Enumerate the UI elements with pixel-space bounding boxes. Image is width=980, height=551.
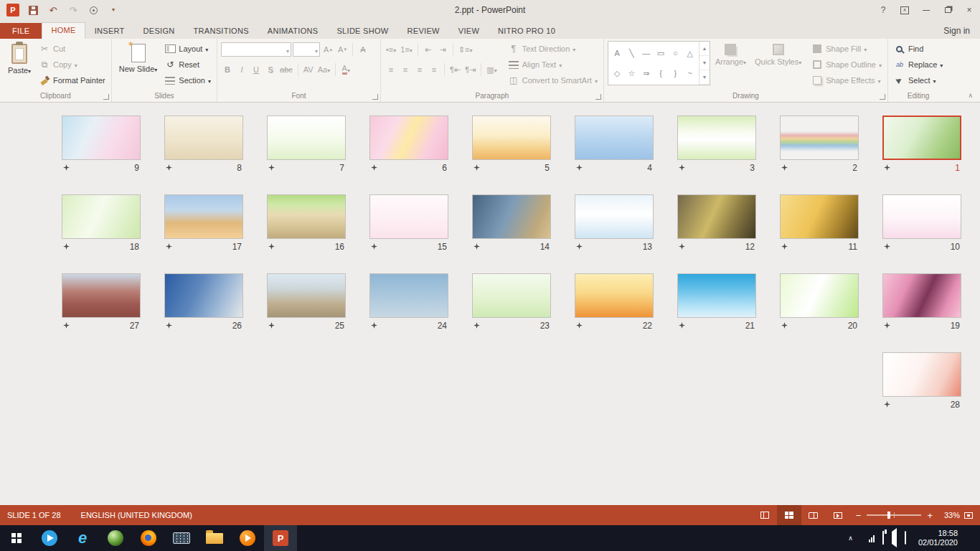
copy-button[interactable]: ⧉Copy: [37, 57, 108, 72]
tab-home[interactable]: HOME: [42, 22, 85, 39]
find-button[interactable]: Find: [892, 41, 945, 57]
ribbon-display-options-button[interactable]: ∧: [894, 0, 915, 20]
bold-button[interactable]: B: [221, 62, 234, 77]
slide-thumbnail[interactable]: [164, 116, 243, 160]
align-right-button[interactable]: ≡: [413, 62, 426, 77]
taskbar-telegram[interactable]: [33, 525, 66, 551]
shape-triangle[interactable]: △: [683, 43, 697, 63]
clipboard-dialog-launcher[interactable]: [103, 94, 109, 100]
tab-transitions[interactable]: TRANSITIONS: [184, 23, 258, 39]
font-color-button[interactable]: A: [339, 62, 352, 77]
new-slide-button[interactable]: New Slide: [116, 41, 161, 75]
shape-outline-button[interactable]: Shape Outline: [809, 57, 884, 72]
slide-thumbnail[interactable]: [677, 194, 756, 239]
taskbar-powerpoint[interactable]: P: [264, 525, 297, 551]
taskbar-internet-explorer[interactable]: e: [66, 525, 99, 551]
underline-button[interactable]: U: [250, 62, 263, 77]
shape-brace-right[interactable]: }: [668, 63, 682, 83]
slide-thumbnail[interactable]: [780, 194, 859, 239]
rtl-paragraph-button[interactable]: ¶⇤: [448, 62, 462, 77]
slide-thumbnail[interactable]: [780, 273, 859, 318]
slide-thumbnail[interactable]: [62, 273, 141, 318]
collapse-ribbon-button[interactable]: ∧: [968, 92, 973, 99]
columns-button[interactable]: ▥: [485, 62, 498, 77]
clear-formatting-button[interactable]: A: [357, 42, 369, 57]
language-indicator[interactable]: ENGLISH (UNITED KINGDOM): [81, 511, 192, 519]
shape-line[interactable]: ╲: [624, 43, 639, 63]
slide-sorter-view-button[interactable]: [777, 505, 801, 525]
shape-rectangle[interactable]: ▭: [654, 43, 668, 63]
taskbar-media-player[interactable]: [231, 525, 264, 551]
slide-thumbnail[interactable]: [267, 273, 346, 318]
slide-thumbnail[interactable]: [369, 194, 448, 239]
slide-thumbnail[interactable]: [267, 194, 346, 239]
slide-thumbnail[interactable]: [882, 194, 961, 239]
slide-show-button[interactable]: [826, 505, 850, 525]
cut-button[interactable]: ✂Cut: [37, 41, 108, 57]
redo-button[interactable]: ↷: [65, 2, 82, 18]
tab-file[interactable]: FILE: [0, 23, 42, 39]
tab-nitro-pro[interactable]: NITRO PRO 10: [489, 23, 565, 39]
zoom-out-button[interactable]: −: [856, 511, 862, 520]
paragraph-dialog-launcher[interactable]: [595, 94, 601, 100]
numbering-button[interactable]: 1≡: [399, 42, 414, 57]
slide-thumbnail[interactable]: [575, 116, 654, 160]
shape-fill-button[interactable]: Shape Fill: [809, 41, 884, 57]
change-case-button[interactable]: Aa: [316, 62, 331, 77]
justify-button[interactable]: ≡: [428, 62, 440, 77]
ltr-paragraph-button[interactable]: ¶⇥: [463, 62, 477, 77]
line-spacing-button[interactable]: ⇕≡: [457, 42, 474, 57]
grow-font-button[interactable]: A: [321, 42, 334, 57]
sign-in-link[interactable]: Sign in: [943, 26, 980, 39]
slide-thumbnail[interactable]: [164, 194, 243, 239]
slide-thumbnail[interactable]: [575, 273, 654, 318]
taskbar-file-explorer[interactable]: [198, 525, 231, 551]
gallery-scroll-up[interactable]: ▲: [699, 42, 710, 56]
shape-star[interactable]: ☆: [624, 63, 639, 83]
customize-qat-button[interactable]: [105, 2, 122, 18]
slide-thumbnail[interactable]: [882, 352, 961, 397]
normal-view-button[interactable]: [753, 505, 777, 525]
slide-thumbnail[interactable]: [164, 273, 243, 318]
font-name-combo[interactable]: [221, 42, 291, 57]
shape-diamond[interactable]: ◇: [610, 63, 624, 83]
convert-to-smartart-button[interactable]: ◫Convert to SmartArt: [506, 72, 600, 88]
tab-view[interactable]: VIEW: [449, 23, 489, 39]
shape-curve[interactable]: ~: [683, 63, 697, 83]
save-button[interactable]: [24, 2, 42, 18]
drawing-dialog-launcher[interactable]: [880, 94, 885, 100]
touch-keyboard-icon[interactable]: [905, 532, 906, 545]
slide-thumbnail[interactable]: [267, 116, 346, 160]
slide-thumbnail[interactable]: [472, 116, 551, 160]
slide-thumbnail[interactable]: [575, 194, 654, 239]
tab-review[interactable]: REVIEW: [398, 23, 449, 39]
character-spacing-button[interactable]: AV: [302, 62, 315, 77]
zoom-level[interactable]: 33%: [938, 511, 960, 519]
touch-mode-button[interactable]: [85, 2, 102, 18]
slide-thumbnail[interactable]: [369, 116, 448, 160]
help-button[interactable]: ?: [872, 0, 894, 20]
cellular-signal-icon[interactable]: [869, 534, 875, 542]
taskbar-keyboard-app[interactable]: [165, 525, 198, 551]
quick-styles-button[interactable]: Quick Styles: [751, 41, 805, 67]
paste-button[interactable]: Paste: [4, 41, 35, 76]
tab-design[interactable]: DESIGN: [134, 23, 184, 39]
volume-icon[interactable]: [892, 532, 897, 545]
shrink-font-button[interactable]: A: [336, 42, 349, 57]
font-size-combo[interactable]: [293, 42, 320, 57]
shape-brace-left[interactable]: {: [654, 63, 668, 83]
slide-thumbnail[interactable]: [780, 116, 859, 160]
shape-connector[interactable]: —: [639, 43, 654, 63]
slide-thumbnail[interactable]: [677, 273, 756, 318]
align-center-button[interactable]: ≡: [399, 62, 412, 77]
align-text-button[interactable]: Align Text: [506, 57, 600, 72]
format-painter-button[interactable]: Format Painter: [37, 72, 108, 88]
section-button[interactable]: Section: [162, 72, 213, 88]
slide-thumbnail[interactable]: [472, 194, 551, 239]
zoom-slider-thumb[interactable]: [887, 512, 890, 519]
reset-button[interactable]: ↺Reset: [162, 57, 213, 72]
slide-thumbnail[interactable]: [472, 273, 551, 318]
layout-button[interactable]: Layout: [162, 41, 213, 57]
arrange-button[interactable]: Arrange: [712, 41, 750, 67]
reading-view-button[interactable]: [801, 505, 826, 525]
